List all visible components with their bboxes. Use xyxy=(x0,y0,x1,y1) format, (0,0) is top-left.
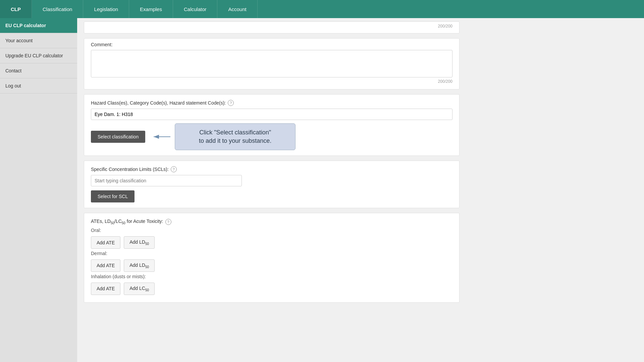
callout-box: Click "Select classification" to add it … xyxy=(175,123,296,150)
ates-help-icon[interactable]: ? xyxy=(165,219,171,225)
dermal-btn-row: Add ATE Add LD50 xyxy=(91,259,452,272)
hazard-class-section: Hazard Class(es), Category Code(s), Haza… xyxy=(84,94,460,156)
nav-calculator[interactable]: Calculator xyxy=(173,0,218,18)
comment-label: Comment: xyxy=(91,42,452,47)
comment-textarea[interactable] xyxy=(91,50,452,77)
callout-line2: to add it to your substance. xyxy=(182,137,288,145)
ates-label: ATEs, LD50/LC50 for Acute Toxicity: ? xyxy=(91,219,452,225)
top-counter: 200/200 xyxy=(91,24,452,28)
dermal-label: Dermal: xyxy=(91,251,452,256)
sidebar-item-upgrade[interactable]: Upgrade EU CLP calculator xyxy=(0,48,77,63)
nav-legislation[interactable]: Legislation xyxy=(83,0,129,18)
sidebar: EU CLP calculator Your account Upgrade E… xyxy=(0,18,77,362)
scl-input[interactable] xyxy=(91,175,242,186)
oral-add-ate-button[interactable]: Add ATE xyxy=(91,236,120,249)
ates-section: ATEs, LD50/LC50 for Acute Toxicity: ? Or… xyxy=(84,213,460,302)
hazard-help-icon[interactable]: ? xyxy=(228,100,234,106)
sidebar-item-your-account[interactable]: Your account xyxy=(0,33,77,48)
top-navigation: CLP Classification Legislation Examples … xyxy=(0,0,644,18)
select-classification-button[interactable]: Select classification xyxy=(91,131,145,143)
hazard-input-row xyxy=(91,109,452,120)
nav-clp[interactable]: CLP xyxy=(0,0,32,18)
comment-counter: 200/200 xyxy=(91,79,452,84)
scl-help-icon[interactable]: ? xyxy=(171,166,177,172)
callout-line1: Click "Select classification" xyxy=(182,128,288,137)
main-content: 200/200 Comment: 200/200 Hazard Class(es… xyxy=(77,18,644,362)
dermal-add-ate-button[interactable]: Add ATE xyxy=(91,259,120,272)
inhalation-btn-row: Add ATE Add LC50 xyxy=(91,283,452,295)
hazard-class-label: Hazard Class(es), Category Code(s), Haza… xyxy=(91,100,452,106)
scl-section: Specific Concentration Limits (SCLs): ? … xyxy=(84,161,460,208)
select-scl-button[interactable]: Select for SCL xyxy=(91,190,135,202)
inhalation-add-ate-button[interactable]: Add ATE xyxy=(91,283,120,295)
top-counter-card: 200/200 xyxy=(84,21,460,34)
sidebar-item-logout[interactable]: Log out xyxy=(0,78,77,94)
scl-label: Specific Concentration Limits (SCLs): ? xyxy=(91,166,452,172)
inhalation-add-lc50-button[interactable]: Add LC50 xyxy=(124,283,155,295)
nav-classification[interactable]: Classification xyxy=(32,0,83,18)
oral-add-ld50-button[interactable]: Add LD50 xyxy=(124,236,155,249)
nav-examples[interactable]: Examples xyxy=(129,0,173,18)
comment-section: Comment: 200/200 xyxy=(84,38,460,89)
oral-btn-row: Add ATE Add LD50 xyxy=(91,236,452,249)
dermal-add-ld50-button[interactable]: Add LD50 xyxy=(124,259,155,272)
sidebar-item-eu-clp-calculator[interactable]: EU CLP calculator xyxy=(0,18,77,33)
arrow-icon xyxy=(152,132,172,142)
inhalation-label: Inhalation (dusts or mists): xyxy=(91,274,452,279)
nav-account[interactable]: Account xyxy=(217,0,257,18)
oral-label: Oral: xyxy=(91,228,452,233)
hazard-class-input[interactable] xyxy=(91,109,452,120)
sidebar-item-contact[interactable]: Contact xyxy=(0,63,77,78)
